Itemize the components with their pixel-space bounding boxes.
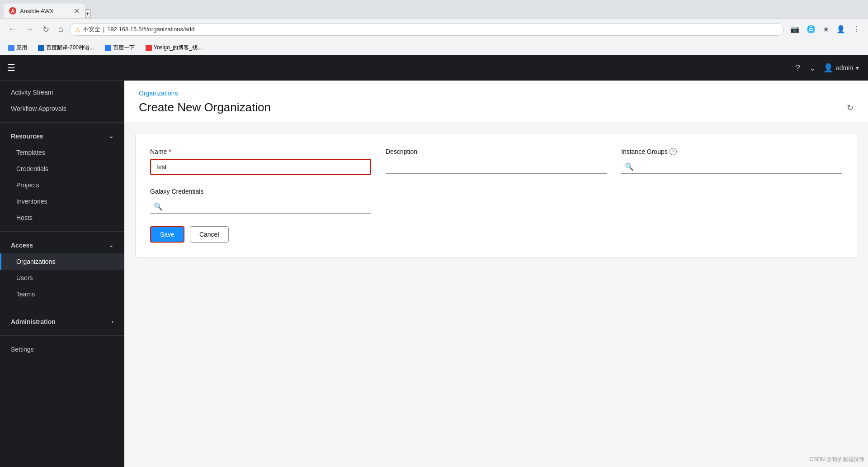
sidebar-item-projects[interactable]: Projects <box>0 177 124 193</box>
sidebar-section-access: Access ⌄ Organizations Users Teams <box>0 234 124 306</box>
user-avatar-icon: 👤 <box>823 63 833 73</box>
toolbar-actions: 📷 🌐 ★ 👤 ⋮ <box>788 22 863 36</box>
help-icon[interactable]: ? <box>794 62 802 75</box>
baidu-icon <box>105 45 111 51</box>
name-field: Name * <box>150 148 371 175</box>
tab-bar: A Ansible AWX ✕ + <box>0 0 868 18</box>
forward-button[interactable]: → <box>23 23 36 36</box>
inventories-label: Inventories <box>16 198 47 205</box>
credentials-label: Credentials <box>16 165 48 172</box>
page-header: Organizations Create New Organization ↻ <box>124 81 868 122</box>
description-input[interactable] <box>386 159 607 174</box>
sidebar-bottom-items: Settings <box>0 338 124 361</box>
bookmark-fanyi-label: 百度翻译-200种语... <box>46 44 94 52</box>
sidebar-item-users[interactable]: Users <box>0 270 124 286</box>
bookmark-fanyi[interactable]: 百度翻译-200种语... <box>35 43 97 52</box>
tab-favicon: A <box>9 7 16 14</box>
refresh-icon[interactable]: ↻ <box>847 103 854 113</box>
address-bar[interactable]: △ 不安全 | 192.168.15.5/#/organizations/add <box>70 23 784 36</box>
teams-label: Teams <box>16 291 35 298</box>
administration-section-header[interactable]: Administration › <box>0 314 124 330</box>
instance-groups-search: 🔍 <box>621 159 842 174</box>
watermark: CSDN @我的紫霞辣辣 <box>809 456 864 463</box>
users-label: Users <box>16 274 33 281</box>
sidebar-header: ☰ <box>0 55 124 81</box>
form-container: Name * Description Instance Groups <box>135 133 857 257</box>
url-text: 192.168.15.5/#/organizations/add <box>107 26 194 33</box>
sidebar-item-organizations[interactable]: Organizations <box>0 253 124 270</box>
active-tab[interactable]: A Ansible AWX ✕ <box>4 4 85 18</box>
sidebar-divider-3 <box>0 308 124 308</box>
new-tab-button[interactable]: + <box>85 10 90 18</box>
sidebar-item-workflow-approvals[interactable]: Workflow Approvals <box>0 100 124 117</box>
sidebar-item-credentials[interactable]: Credentials <box>0 161 124 177</box>
sidebar-item-hosts[interactable]: Hosts <box>0 210 124 226</box>
galaxy-credentials-label: Galaxy Credentials <box>150 188 371 195</box>
user-menu[interactable]: 👤 admin ▾ <box>823 63 859 73</box>
settings-label: Settings <box>11 346 34 353</box>
home-button[interactable]: ⌂ <box>56 23 66 36</box>
cancel-button[interactable]: Cancel <box>190 226 229 243</box>
bookmark-baidu[interactable]: 百度一下 <box>102 43 137 52</box>
resources-label: Resources <box>11 133 43 140</box>
sidebar-item-teams[interactable]: Teams <box>0 286 124 302</box>
translate-button[interactable]: 🌐 <box>804 22 818 36</box>
projects-label: Projects <box>16 181 39 189</box>
bookmark-apps[interactable]: 应用 <box>5 43 30 52</box>
sidebar-item-activity-stream[interactable]: Activity Stream <box>0 84 124 100</box>
top-bar: ? ⌄ 👤 admin ▾ <box>124 55 868 81</box>
main-wrapper: ? ⌄ 👤 admin ▾ Organizations Create New O… <box>124 55 868 467</box>
tab-title: Ansible AWX <box>20 8 54 14</box>
activity-stream-label: Activity Stream <box>11 89 53 96</box>
access-chevron: ⌄ <box>109 242 113 248</box>
bookmark-button[interactable]: ★ <box>820 22 832 36</box>
resources-chevron: ⌄ <box>109 133 113 139</box>
bookmark-yosigo[interactable]: Yosigo_的博客_找... <box>143 43 205 52</box>
access-label: Access <box>11 242 33 249</box>
form-actions: Save Cancel <box>150 226 842 243</box>
description-field: Description <box>386 148 607 175</box>
tab-close-button[interactable]: ✕ <box>74 7 80 15</box>
instance-groups-help-icon[interactable]: ? <box>670 148 677 155</box>
hamburger-icon[interactable]: ☰ <box>7 62 15 73</box>
organizations-label: Organizations <box>16 258 55 265</box>
url-separator: | <box>103 26 104 33</box>
instance-groups-field: Instance Groups ? 🔍 <box>621 148 842 175</box>
save-button[interactable]: Save <box>150 226 184 243</box>
galaxy-credentials-input[interactable] <box>150 199 371 214</box>
form-row-1: Name * Description Instance Groups <box>150 148 842 175</box>
fanyi-icon <box>38 45 44 51</box>
sidebar-divider-4 <box>0 335 124 336</box>
profile-button[interactable]: 👤 <box>834 22 848 36</box>
access-section-header[interactable]: Access ⌄ <box>0 237 124 253</box>
app-container: ☰ Activity Stream Workflow Approvals Res… <box>0 55 868 467</box>
back-button[interactable]: ← <box>5 23 19 36</box>
resources-section-header[interactable]: Resources ⌄ <box>0 128 124 144</box>
reload-button[interactable]: ↻ <box>40 23 52 36</box>
cast-button[interactable]: 📷 <box>788 22 802 36</box>
bookmark-baidu-label: 百度一下 <box>113 44 135 52</box>
name-required-star: * <box>169 148 171 155</box>
page-title-text: Create New Organization <box>139 100 271 114</box>
page-title: Create New Organization ↻ <box>139 100 854 122</box>
apps-icon <box>8 45 14 51</box>
bookmarks-bar: 应用 百度翻译-200种语... 百度一下 Yosigo_的博客_找... <box>0 40 868 55</box>
bookmark-yosigo-label: Yosigo_的博客_找... <box>154 44 202 52</box>
instance-groups-input[interactable] <box>621 159 842 174</box>
sidebar-item-settings[interactable]: Settings <box>0 341 124 357</box>
help-chevron[interactable]: ⌄ <box>807 61 818 75</box>
name-input[interactable] <box>150 159 371 175</box>
menu-button[interactable]: ⋮ <box>850 22 863 36</box>
browser-toolbar: ← → ↻ ⌂ △ 不安全 | 192.168.15.5/#/organizat… <box>0 18 868 40</box>
security-icon: △ <box>75 26 80 33</box>
form-row-2: Galaxy Credentials 🔍 <box>150 188 842 214</box>
browser-chrome: A Ansible AWX ✕ + ← → ↻ ⌂ △ 不安全 | 192.16… <box>0 0 868 55</box>
sidebar-section-resources: Resources ⌄ Templates Credentials Projec… <box>0 124 124 229</box>
name-label: Name * <box>150 148 371 155</box>
hosts-label: Hosts <box>16 214 33 221</box>
instance-groups-label: Instance Groups ? <box>621 148 842 155</box>
breadcrumb[interactable]: Organizations <box>139 90 854 97</box>
administration-label: Administration <box>11 318 56 325</box>
sidebar-item-inventories[interactable]: Inventories <box>0 193 124 210</box>
sidebar-item-templates[interactable]: Templates <box>0 144 124 161</box>
